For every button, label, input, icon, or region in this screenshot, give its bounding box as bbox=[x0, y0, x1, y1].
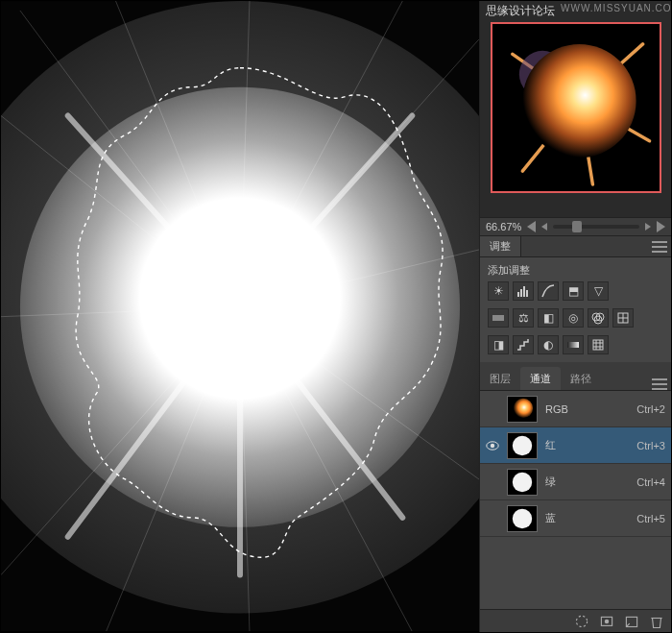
levels-icon[interactable] bbox=[513, 281, 534, 301]
selective-icon[interactable] bbox=[588, 335, 609, 354]
svg-point-49 bbox=[491, 443, 494, 447]
navigator-panel: 思缘设计论坛 WWW.MISSYUAN.COM bbox=[480, 1, 671, 217]
bw-icon[interactable]: ◧ bbox=[538, 308, 559, 328]
zoom-out-icon[interactable] bbox=[541, 223, 547, 231]
gradient-map-icon[interactable] bbox=[563, 335, 584, 354]
save-selection-icon[interactable] bbox=[598, 614, 615, 629]
navigator-image bbox=[492, 24, 660, 191]
layers-channels-paths-tabs: 图层 通道 路径 bbox=[480, 368, 671, 391]
adjustments-label: 添加调整 bbox=[488, 263, 663, 278]
hue-icon[interactable] bbox=[488, 308, 509, 328]
svg-rect-40 bbox=[567, 342, 579, 348]
svg-point-28 bbox=[522, 44, 636, 158]
lut-icon[interactable] bbox=[612, 308, 634, 328]
adjustments-panel-header: 调整 bbox=[480, 236, 671, 257]
tab-layers[interactable]: 图层 bbox=[480, 367, 520, 390]
channel-row-rgb[interactable]: RGB Ctrl+2 bbox=[480, 391, 671, 427]
zoom-slider[interactable] bbox=[553, 225, 639, 229]
channel-name: 红 bbox=[545, 438, 580, 452]
watermark-title: 思缘设计论坛 bbox=[486, 3, 555, 19]
zoom-in-icon[interactable] bbox=[645, 223, 651, 231]
watermark-subtitle: WWW.MISSYUAN.COM bbox=[561, 3, 672, 13]
visibility-toggle[interactable] bbox=[486, 402, 499, 416]
delete-channel-icon[interactable] bbox=[648, 614, 665, 629]
document-canvas[interactable] bbox=[1, 1, 479, 632]
channel-shortcut: Ctrl+5 bbox=[636, 513, 665, 524]
photo-filter-icon[interactable]: ◎ bbox=[563, 308, 584, 328]
svg-rect-29 bbox=[517, 292, 519, 297]
svg-point-58 bbox=[605, 619, 610, 623]
channel-row-red[interactable]: 红 Ctrl+3 bbox=[480, 427, 671, 464]
adjustments-tab[interactable]: 调整 bbox=[480, 236, 521, 256]
threshold-icon[interactable]: ◐ bbox=[538, 335, 559, 354]
svg-rect-32 bbox=[526, 290, 528, 297]
zoom-in-coarse-icon[interactable] bbox=[657, 221, 665, 232]
channel-name: 绿 bbox=[545, 475, 580, 489]
adjustments-panel: 添加调整 ☀ ⬒ ▽ ⚖ ◧ ◎ ◨ ◐ bbox=[480, 257, 671, 362]
channel-shortcut: Ctrl+3 bbox=[636, 440, 665, 451]
panel-flyout-menu-icon[interactable] bbox=[652, 241, 667, 253]
canvas-artwork bbox=[1, 1, 479, 631]
new-channel-icon[interactable] bbox=[623, 614, 640, 629]
balance-icon[interactable]: ⚖ bbox=[513, 308, 534, 328]
zoom-value: 66.67% bbox=[486, 221, 521, 232]
svg-rect-30 bbox=[520, 289, 522, 297]
channel-row-blue[interactable]: 蓝 Ctrl+5 bbox=[480, 500, 671, 537]
channel-shortcut: Ctrl+4 bbox=[636, 476, 665, 488]
channel-thumbnail bbox=[507, 396, 538, 423]
navigator-thumbnail[interactable] bbox=[491, 22, 661, 193]
channel-row-green[interactable]: 绿 Ctrl+4 bbox=[480, 464, 671, 500]
svg-point-56 bbox=[576, 616, 587, 626]
channel-thumbnail bbox=[507, 469, 538, 496]
visibility-toggle[interactable] bbox=[486, 475, 499, 489]
svg-point-47 bbox=[514, 398, 533, 417]
vibrance-icon[interactable]: ▽ bbox=[588, 281, 609, 301]
svg-point-51 bbox=[513, 435, 532, 454]
zoom-slider-knob[interactable] bbox=[572, 221, 582, 232]
curves-icon[interactable] bbox=[538, 281, 559, 301]
app-root: 思缘设计论坛 WWW.MISSYUAN.COM bbox=[1, 1, 671, 632]
svg-rect-41 bbox=[593, 340, 603, 350]
visibility-toggle[interactable] bbox=[486, 512, 499, 525]
tab-channels[interactable]: 通道 bbox=[520, 367, 561, 390]
svg-rect-33 bbox=[492, 315, 504, 321]
brightness-icon[interactable]: ☀ bbox=[488, 281, 509, 301]
invert-icon[interactable]: ◨ bbox=[488, 335, 509, 354]
adjustment-presets-grid: ☀ ⬒ ▽ ⚖ ◧ ◎ ◨ ◐ bbox=[488, 281, 663, 354]
channels-panel: RGB Ctrl+2 红 Ctrl+3 绿 Ctrl+4 蓝 Ctrl+5 bbox=[480, 391, 671, 609]
tab-paths[interactable]: 路径 bbox=[561, 367, 601, 390]
right-panel-column: 思缘设计论坛 WWW.MISSYUAN.COM bbox=[479, 1, 671, 632]
channel-name: RGB bbox=[545, 403, 580, 415]
posterize-icon[interactable] bbox=[513, 335, 534, 354]
mixer-icon[interactable] bbox=[588, 308, 609, 328]
navigator-zoom-bar: 66.67% bbox=[480, 217, 671, 236]
load-selection-icon[interactable] bbox=[573, 614, 590, 629]
channel-name: 蓝 bbox=[545, 511, 580, 525]
channel-shortcut: Ctrl+2 bbox=[636, 403, 665, 415]
svg-point-20 bbox=[20, 87, 460, 527]
exposure-icon[interactable]: ⬒ bbox=[563, 281, 584, 301]
svg-point-53 bbox=[513, 472, 532, 491]
channel-thumbnail bbox=[507, 432, 538, 459]
svg-rect-31 bbox=[523, 286, 525, 297]
channel-thumbnail bbox=[507, 505, 538, 532]
channels-flyout-menu-icon[interactable] bbox=[652, 378, 667, 390]
visibility-toggle[interactable] bbox=[486, 439, 499, 452]
zoom-out-coarse-icon[interactable] bbox=[527, 221, 536, 232]
channels-footer bbox=[480, 609, 671, 632]
svg-point-55 bbox=[513, 508, 532, 527]
